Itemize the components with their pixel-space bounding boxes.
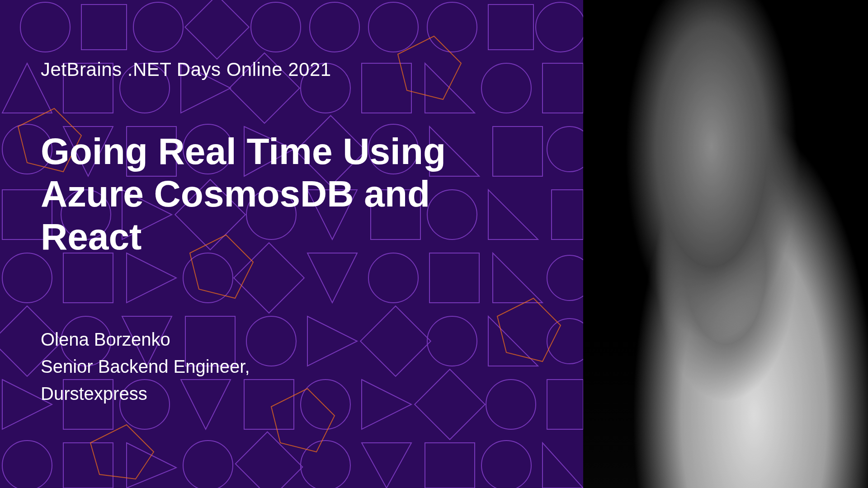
svg-point-7 — [427, 2, 477, 52]
svg-point-0 — [20, 2, 70, 52]
speaker-photo — [583, 0, 868, 488]
svg-point-73 — [183, 441, 233, 488]
svg-rect-77 — [425, 443, 475, 488]
svg-rect-19 — [542, 63, 583, 113]
svg-rect-1 — [81, 5, 127, 50]
event-name: JetBrains .NET Days Online 2021 — [41, 59, 542, 80]
photo-placeholder — [583, 0, 868, 488]
svg-rect-74 — [236, 432, 302, 488]
svg-marker-79 — [542, 443, 583, 488]
svg-point-75 — [301, 441, 350, 488]
svg-point-6 — [368, 2, 418, 52]
svg-rect-71 — [63, 443, 113, 488]
speaker-role: Senior Backend Engineer, — [41, 353, 542, 380]
speaker-name: Olena Borzenko — [41, 326, 542, 353]
speaker-block: Olena Borzenko Senior Backend Engineer, … — [41, 326, 542, 407]
svg-point-78 — [481, 441, 531, 488]
talk-title: Going Real Time Using Azure CosmosDB and… — [41, 130, 538, 258]
text-block: JetBrains .NET Days Online 2021 Going Re… — [41, 59, 542, 407]
svg-point-5 — [310, 2, 359, 52]
svg-point-29 — [547, 127, 583, 172]
svg-rect-8 — [488, 5, 533, 50]
speaker-company: Durstexpress — [41, 380, 542, 407]
content-panel: JetBrains .NET Days Online 2021 Going Re… — [0, 0, 583, 488]
svg-point-9 — [536, 2, 583, 52]
svg-rect-39 — [552, 190, 583, 239]
svg-marker-76 — [362, 443, 411, 488]
svg-point-2 — [133, 2, 183, 52]
svg-point-49 — [547, 255, 583, 300]
presentation-slide: JetBrains .NET Days Online 2021 Going Re… — [0, 0, 868, 488]
svg-point-70 — [2, 441, 52, 488]
svg-rect-3 — [185, 0, 249, 59]
svg-point-4 — [251, 2, 301, 52]
svg-rect-69 — [547, 380, 583, 429]
